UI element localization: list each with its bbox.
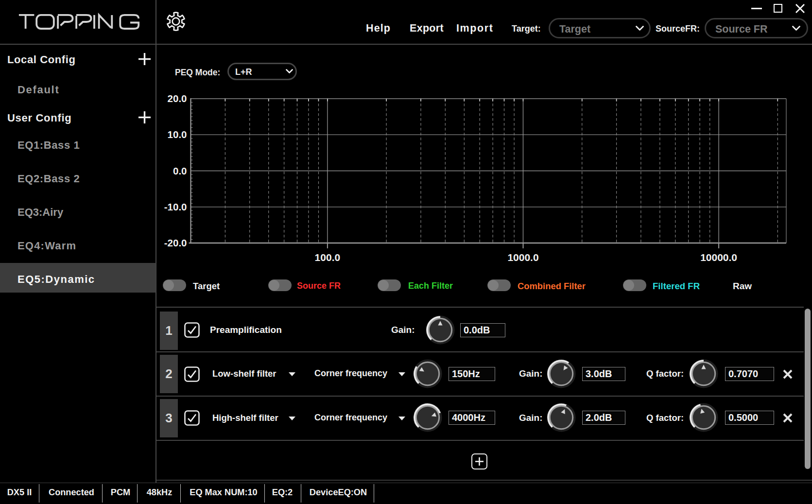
svg-text:-20.0: -20.0 bbox=[164, 237, 187, 248]
svg-text:-10.0: -10.0 bbox=[164, 201, 187, 212]
svg-text:10.0: 10.0 bbox=[168, 129, 187, 140]
svg-text:10000.0: 10000.0 bbox=[700, 252, 737, 263]
svg-text:100.0: 100.0 bbox=[315, 252, 341, 263]
svg-text:20.0: 20.0 bbox=[168, 93, 187, 104]
svg-text:0.0: 0.0 bbox=[173, 165, 187, 176]
svg-text:1000.0: 1000.0 bbox=[507, 252, 538, 263]
